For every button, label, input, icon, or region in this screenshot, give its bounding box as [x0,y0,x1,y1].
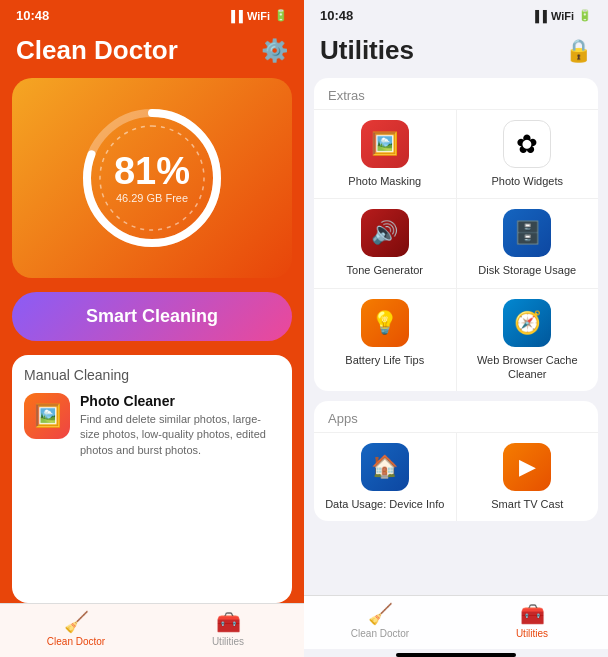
clean-doctor-tab-icon: 🧹 [64,610,89,634]
tab-clean-doctor-left[interactable]: 🧹 Clean Doctor [0,610,152,647]
status-bar-left: 10:48 ▐▐ WiFi 🔋 [0,0,304,27]
photo-widgets-label: Photo Widgets [491,174,563,188]
photo-cleaner-item[interactable]: 🖼️ Photo Cleaner Find and delete similar… [24,393,280,458]
photo-masking-icon: 🖼️ [361,120,409,168]
smart-cleaning-button[interactable]: Smart Cleaning [12,292,292,341]
manual-cleaning-card: Manual Cleaning 🖼️ Photo Cleaner Find an… [12,355,292,603]
disk-storage-label: Disk Storage Usage [478,263,576,277]
time-left: 10:48 [16,8,49,23]
extras-row-3: 💡 Battery Life Tips 🧭 Web Browser Cache … [314,288,598,392]
time-right: 10:48 [320,8,353,23]
right-tab-bar: 🧹 Clean Doctor 🧰 Utilities [304,595,608,649]
tab-clean-doctor-right[interactable]: 🧹 Clean Doctor [304,602,456,639]
left-panel: 10:48 ▐▐ WiFi 🔋 Clean Doctor ⚙️ 81% 46.2… [0,0,304,657]
settings-icon[interactable]: ⚙️ [261,38,288,64]
data-usage-label: Data Usage: Device Info [325,497,444,511]
disk-storage-icon: 🗄️ [503,209,551,257]
storage-free: 46.29 GB Free [114,192,190,204]
tab-utilities-right[interactable]: 🧰 Utilities [456,602,608,639]
photo-cleaner-title: Photo Cleaner [80,393,280,409]
apps-row-1: 🏠 Data Usage: Device Info ▶ Smart TV Cas… [314,432,598,521]
extras-row-2: 🔊 Tone Generator 🗄️ Disk Storage Usage [314,198,598,287]
photo-masking-label: Photo Masking [348,174,421,188]
tone-generator-item[interactable]: 🔊 Tone Generator [314,198,457,287]
signal-icon-right: ▐▐ [531,10,547,22]
battery-tips-label: Battery Life Tips [345,353,424,367]
battery-tips-item[interactable]: 💡 Battery Life Tips [314,288,457,392]
data-usage-icon: 🏠 [361,443,409,491]
battery-icon: 🔋 [274,9,288,22]
smart-tv-item[interactable]: ▶ Smart TV Cast [457,432,599,521]
photo-widgets-icon: ✿ [503,120,551,168]
apps-section: Apps 🏠 Data Usage: Device Info ▶ Smart T… [314,401,598,521]
apps-label: Apps [314,401,598,432]
web-browser-icon: 🧭 [503,299,551,347]
storage-percent: 81% [114,152,190,190]
lock-icon[interactable]: 🔒 [565,38,592,64]
utilities-tab-icon: 🧰 [216,610,241,634]
web-browser-label: Web Browser Cache Cleaner [463,353,593,382]
utilities-title: Utilities [320,35,414,66]
photo-cleaner-info: Photo Cleaner Find and delete similar ph… [80,393,280,458]
storage-circle: 81% 46.29 GB Free [77,103,227,253]
storage-card: 81% 46.29 GB Free [12,78,292,278]
status-icons-left: ▐▐ WiFi 🔋 [227,9,288,22]
manual-section-title: Manual Cleaning [24,367,280,383]
wifi-icon-right: WiFi [551,10,574,22]
photo-cleaner-icon: 🖼️ [24,393,70,439]
status-bar-right: 10:48 ▐▐ WiFi 🔋 [304,0,608,27]
storage-info: 81% 46.29 GB Free [114,152,190,204]
data-usage-item[interactable]: 🏠 Data Usage: Device Info [314,432,457,521]
battery-icon-right: 🔋 [578,9,592,22]
photo-widgets-item[interactable]: ✿ Photo Widgets [457,109,599,198]
right-header: Utilities 🔒 [304,27,608,78]
clean-doctor-tab-icon-right: 🧹 [368,602,393,626]
wifi-icon: WiFi [247,10,270,22]
extras-row-1: 🖼️ Photo Masking ✿ Photo Widgets [314,109,598,198]
tone-generator-icon: 🔊 [361,209,409,257]
web-browser-item[interactable]: 🧭 Web Browser Cache Cleaner [457,288,599,392]
photo-cleaner-desc: Find and delete similar photos, large-si… [80,412,280,458]
utilities-tab-icon-right: 🧰 [520,602,545,626]
battery-tips-icon: 💡 [361,299,409,347]
status-icons-right: ▐▐ WiFi 🔋 [531,9,592,22]
left-tab-bar: 🧹 Clean Doctor 🧰 Utilities [0,603,304,657]
left-header: Clean Doctor ⚙️ [0,27,304,78]
app-title: Clean Doctor [16,35,178,66]
photo-masking-item[interactable]: 🖼️ Photo Masking [314,109,457,198]
disk-storage-item[interactable]: 🗄️ Disk Storage Usage [457,198,599,287]
signal-icon: ▐▐ [227,10,243,22]
extras-label: Extras [314,78,598,109]
smart-tv-label: Smart TV Cast [491,497,563,511]
extras-section: Extras 🖼️ Photo Masking ✿ Photo Widgets … [314,78,598,391]
tone-generator-label: Tone Generator [347,263,423,277]
tab-utilities-left[interactable]: 🧰 Utilities [152,610,304,647]
right-panel: 10:48 ▐▐ WiFi 🔋 Utilities 🔒 Extras 🖼️ Ph… [304,0,608,657]
home-indicator-right [396,653,516,657]
smart-tv-icon: ▶ [503,443,551,491]
